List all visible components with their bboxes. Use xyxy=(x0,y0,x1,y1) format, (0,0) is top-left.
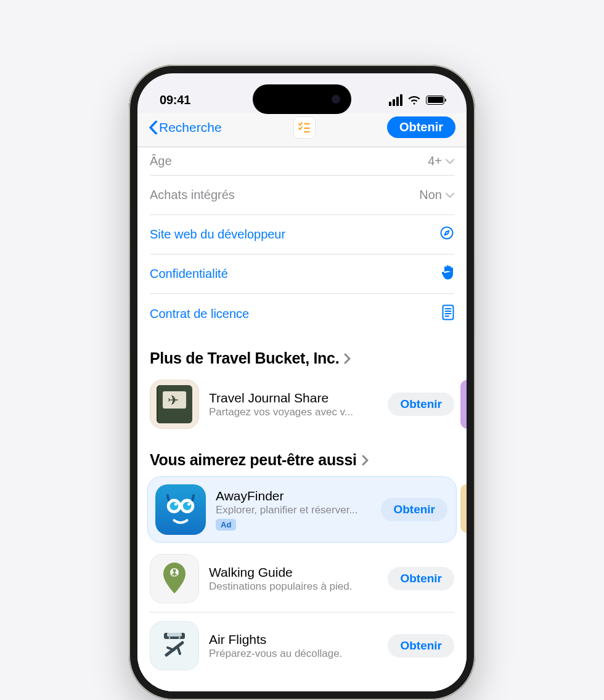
svg-point-12 xyxy=(183,502,192,510)
ad-badge: Ad xyxy=(216,519,236,531)
back-button[interactable]: Recherche xyxy=(149,120,222,135)
obtain-button[interactable]: Obtenir xyxy=(388,567,454,590)
also-like-header[interactable]: Vous aimerez peut-être aussi xyxy=(137,446,467,476)
app-title: AwayFinder xyxy=(216,489,371,503)
volume-up-button xyxy=(129,250,129,296)
svg-rect-18 xyxy=(167,633,182,637)
more-from-header[interactable]: Plus de Travel Bucket, Inc. xyxy=(137,333,467,375)
document-icon xyxy=(442,304,454,324)
travel-journal-icon xyxy=(150,380,199,429)
app-title: Air Flights xyxy=(209,632,378,647)
svg-point-3 xyxy=(441,227,453,239)
iap-value: Non xyxy=(419,188,442,202)
svg-rect-4 xyxy=(443,305,454,319)
app-subtitle: Préparez-vous au décollage. xyxy=(209,648,378,660)
content: Âge 4+ Achats intégrés Non Site web du d… xyxy=(137,147,467,691)
iap-label: Achats intégrés xyxy=(150,188,235,202)
back-label: Recherche xyxy=(159,120,222,135)
obtain-button[interactable]: Obtenir xyxy=(381,498,447,521)
age-row[interactable]: Âge 4+ xyxy=(150,147,454,176)
iap-row[interactable]: Achats intégrés Non xyxy=(150,176,454,215)
license-row[interactable]: Contrat de licence xyxy=(150,294,454,333)
screen: 09:41 Recherche xyxy=(137,73,467,691)
obtain-button[interactable]: Obtenir xyxy=(388,393,454,416)
svg-point-19 xyxy=(169,637,171,639)
compass-icon xyxy=(439,226,454,243)
svg-point-13 xyxy=(174,503,178,506)
battery-icon xyxy=(426,96,444,105)
svg-point-11 xyxy=(170,502,179,510)
app-mini-icon[interactable] xyxy=(293,116,316,139)
phone-frame: 09:41 Recherche xyxy=(129,65,475,700)
more-from-label: Plus de Travel Bucket, Inc. xyxy=(150,349,339,367)
dynamic-island xyxy=(253,84,351,114)
sponsored-app-card[interactable]: AwayFinder Explorer, planifier et réserv… xyxy=(147,476,457,543)
privacy-label: Confidentialité xyxy=(150,267,228,281)
volume-down-button xyxy=(129,305,129,352)
age-value: 4+ xyxy=(428,154,442,168)
svg-rect-1 xyxy=(304,128,310,129)
developer-site-label: Site web du développeur xyxy=(150,227,285,242)
power-button xyxy=(475,262,475,336)
age-label: Âge xyxy=(150,154,172,168)
svg-point-20 xyxy=(179,637,181,639)
more-from-app-card[interactable]: Travel Journal Share Partagez vos voyage… xyxy=(137,375,467,446)
clock: 09:41 xyxy=(160,93,190,107)
chevron-right-icon xyxy=(362,455,369,466)
app-title: Travel Journal Share xyxy=(209,391,378,405)
obtain-button[interactable]: Obtenir xyxy=(387,116,455,138)
wifi-icon xyxy=(407,95,421,105)
nav-bar: Recherche Obtenir xyxy=(137,113,467,147)
privacy-row[interactable]: Confidentialité xyxy=(150,254,454,294)
svg-rect-2 xyxy=(304,131,310,132)
svg-point-14 xyxy=(187,503,190,506)
hand-icon xyxy=(441,264,454,283)
chevron-left-icon xyxy=(149,121,158,134)
also-like-app-card[interactable]: Air Flights Préparez-vous au décollage. … xyxy=(150,612,454,679)
also-like-app-card[interactable]: Walking Guide Destinations populaires à … xyxy=(150,543,454,612)
air-flights-icon xyxy=(150,621,199,670)
chevron-down-icon xyxy=(446,192,454,198)
app-subtitle: Explorer, planifier et réserver... xyxy=(216,504,371,516)
license-label: Contrat de licence xyxy=(150,307,249,321)
chevron-down-icon xyxy=(446,158,454,165)
awayfinder-icon xyxy=(155,484,206,535)
next-card-peek xyxy=(460,380,467,429)
side-button xyxy=(129,210,129,234)
svg-rect-0 xyxy=(304,123,310,124)
next-card-peek xyxy=(460,484,467,533)
checklist-icon xyxy=(298,121,311,134)
also-like-label: Vous aimerez peut-être aussi xyxy=(150,451,357,469)
developer-site-row[interactable]: Site web du développeur xyxy=(150,215,454,254)
app-subtitle: Destinations populaires à pied. xyxy=(209,580,378,593)
walking-guide-icon xyxy=(150,554,199,603)
chevron-right-icon xyxy=(344,353,351,364)
cellular-icon xyxy=(389,94,402,106)
obtain-button[interactable]: Obtenir xyxy=(388,634,454,657)
app-subtitle: Partagez vos voyages avec v... xyxy=(209,406,378,418)
app-title: Walking Guide xyxy=(209,565,378,580)
